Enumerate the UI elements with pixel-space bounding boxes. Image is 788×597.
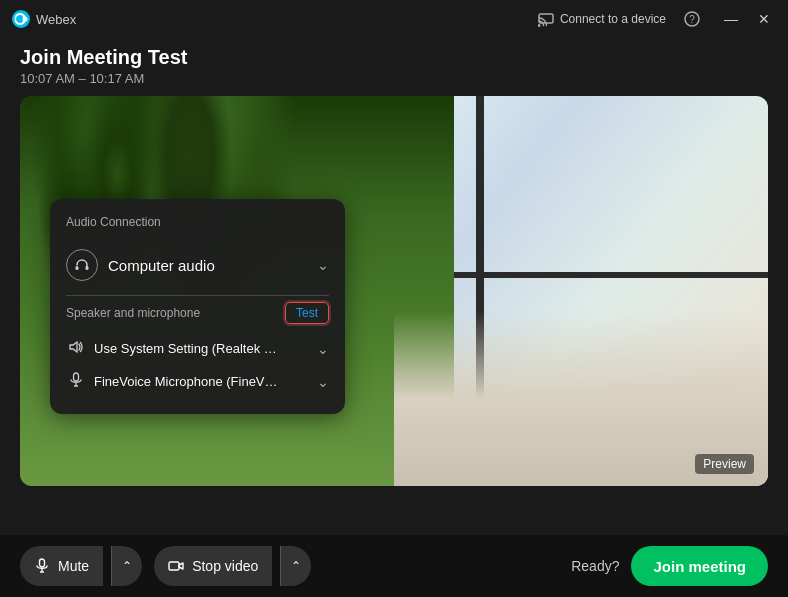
svg-text:?: ? bbox=[689, 14, 695, 25]
microphone-icon bbox=[66, 372, 86, 391]
svg-rect-7 bbox=[74, 373, 79, 381]
mic-icon bbox=[34, 558, 50, 574]
speaker-row[interactable]: Use System Setting (Realtek … ⌄ bbox=[66, 332, 329, 365]
audio-panel-title: Audio Connection bbox=[66, 215, 329, 229]
speaker-mic-header: Speaker and microphone Test bbox=[66, 302, 329, 324]
divider bbox=[66, 295, 329, 296]
svg-rect-10 bbox=[40, 559, 45, 567]
window-frame-h bbox=[454, 272, 768, 278]
ready-label: Ready? bbox=[571, 558, 619, 574]
meeting-title: Join Meeting Test bbox=[20, 46, 768, 69]
audio-panel: Audio Connection Computer audio ⌄ Speake… bbox=[50, 199, 345, 414]
svg-rect-13 bbox=[169, 562, 179, 570]
cast-icon bbox=[538, 11, 554, 27]
microphone-row[interactable]: FineVoice Microphone (FineV… ⌄ bbox=[66, 365, 329, 398]
preview-badge: Preview bbox=[695, 454, 754, 474]
connect-device-button[interactable]: Connect to a device bbox=[538, 11, 666, 27]
bottom-right-controls: Ready? Join meeting bbox=[571, 546, 768, 586]
test-button[interactable]: Test bbox=[285, 302, 329, 324]
connect-device-label: Connect to a device bbox=[560, 12, 666, 26]
bottom-left-controls: Mute ⌃ Stop video ⌃ bbox=[20, 546, 311, 586]
video-arrow-button[interactable]: ⌃ bbox=[280, 546, 311, 586]
speaker-chevron-icon[interactable]: ⌄ bbox=[317, 341, 329, 357]
audio-chevron-icon[interactable]: ⌄ bbox=[317, 257, 329, 273]
meeting-time: 10:07 AM – 10:17 AM bbox=[20, 71, 768, 86]
svg-rect-6 bbox=[86, 266, 89, 270]
stop-video-label: Stop video bbox=[192, 558, 258, 574]
microphone-chevron-icon[interactable]: ⌄ bbox=[317, 374, 329, 390]
webex-icon bbox=[12, 10, 30, 28]
speaker-mic-label: Speaker and microphone bbox=[66, 306, 200, 320]
webex-logo: Webex bbox=[12, 10, 76, 28]
speaker-icon bbox=[66, 339, 86, 358]
join-meeting-button[interactable]: Join meeting bbox=[631, 546, 768, 586]
speaker-label: Use System Setting (Realtek … bbox=[94, 341, 309, 356]
computer-audio-row[interactable]: Computer audio ⌄ bbox=[66, 241, 329, 289]
headset-icon bbox=[66, 249, 98, 281]
video-container: Audio Connection Computer audio ⌄ Speake… bbox=[20, 96, 768, 486]
app-name: Webex bbox=[36, 12, 76, 27]
minimize-button[interactable]: — bbox=[718, 9, 744, 29]
meeting-info: Join Meeting Test 10:07 AM – 10:17 AM bbox=[0, 38, 788, 96]
stop-video-button[interactable]: Stop video bbox=[154, 546, 272, 586]
mute-button[interactable]: Mute bbox=[20, 546, 103, 586]
help-icon: ? bbox=[684, 11, 700, 27]
mute-arrow-button[interactable]: ⌃ bbox=[111, 546, 142, 586]
bottom-bar: Mute ⌃ Stop video ⌃ Ready? Join meeting bbox=[0, 535, 788, 597]
svg-point-2 bbox=[538, 24, 541, 27]
video-icon bbox=[168, 558, 184, 574]
computer-audio-label: Computer audio bbox=[108, 257, 307, 274]
window-controls: — ✕ bbox=[718, 9, 776, 29]
svg-rect-5 bbox=[76, 266, 79, 270]
title-bar-left: Webex bbox=[12, 10, 76, 28]
microphone-label: FineVoice Microphone (FineV… bbox=[94, 374, 309, 389]
title-bar-right: Connect to a device ? — ✕ bbox=[538, 9, 776, 29]
title-bar: Webex Connect to a device ? — ✕ bbox=[0, 0, 788, 38]
mute-label: Mute bbox=[58, 558, 89, 574]
svg-point-0 bbox=[23, 17, 28, 22]
help-button[interactable]: ? bbox=[682, 9, 702, 29]
close-button[interactable]: ✕ bbox=[752, 9, 776, 29]
